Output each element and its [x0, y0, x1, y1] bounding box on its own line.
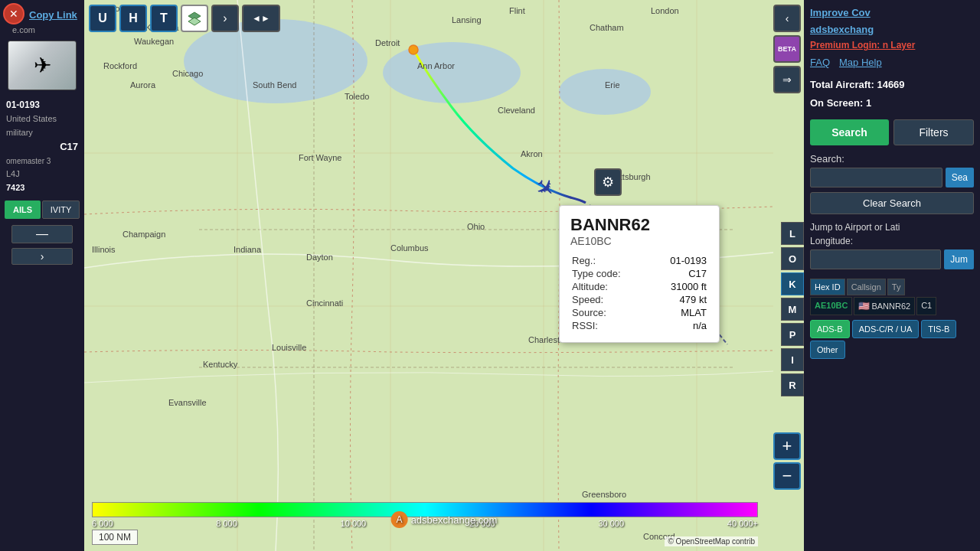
popup-source-value: MLAT — [653, 307, 707, 318]
popup-altitude-row: Altitude: 31000 ft — [572, 281, 707, 292]
improve-coverage-link[interactable]: Improve Cov — [810, 6, 974, 20]
jump-button[interactable]: Jum — [944, 249, 974, 269]
search-input[interactable] — [810, 168, 942, 187]
btn-o[interactable]: O — [781, 247, 804, 270]
adsb-logo: A adsbexchange.com — [391, 511, 498, 528]
filter-button-row: ADS-B ADS-C/R / UA TIS-B Other — [810, 320, 974, 359]
sea-button[interactable]: Sea — [946, 168, 974, 187]
registration-label: 01-0193 — [6, 98, 78, 112]
nav-next-button[interactable]: › — [211, 5, 239, 32]
sidebar-letter-buttons: L O K M P I R — [781, 222, 804, 396]
btn-h[interactable]: H — [119, 5, 147, 32]
search-filter-buttons: Search Filters — [810, 119, 974, 145]
btn-t[interactable]: T — [150, 5, 178, 32]
zoom-controls: + − — [773, 432, 801, 490]
squawk-label: 7423 — [6, 181, 78, 195]
svg-marker-11 — [188, 18, 201, 25]
map-help-link[interactable]: Map Help — [839, 57, 882, 68]
popup-altitude-value: 31000 ft — [653, 281, 707, 292]
jump-label: Jump to Airport or Lati — [810, 222, 974, 233]
left-sidebar: ✕ Copy Link e.com ✈ 01-0193 United State… — [0, 0, 84, 551]
popup-type-row: Type code: C17 — [572, 268, 707, 279]
popup-rssi-value: n/a — [653, 320, 707, 331]
popup-rssi-label: RSSI: — [572, 320, 652, 331]
zoom-in-button[interactable]: + — [773, 432, 801, 460]
collapse-button[interactable]: — — [11, 225, 73, 243]
filter-tis-b[interactable]: TIS-B — [921, 320, 956, 338]
on-screen-stat: On Screen: 1 — [810, 94, 974, 112]
aircraft-thumbnail: ✈ — [8, 41, 77, 90]
back-arrow-button[interactable]: ‹ — [773, 5, 801, 32]
longitude-label: Longitude: — [810, 236, 974, 246]
premium-login-link[interactable]: Premium Login: n Layer — [810, 40, 974, 51]
clear-search-button[interactable]: Clear Search — [810, 192, 974, 214]
map-right-controls: ‹ BETA ⇒ — [773, 5, 804, 93]
aircraft-image: ✈ — [8, 41, 76, 90]
btn-p[interactable]: P — [781, 323, 804, 346]
expand-arrow-button[interactable]: › — [11, 248, 73, 265]
th-hex-id[interactable]: Hex ID — [810, 279, 845, 295]
search-button[interactable]: Search — [810, 119, 889, 145]
popup-type-label: Type code: — [572, 268, 652, 279]
th-callsign[interactable]: Callsign — [847, 279, 886, 295]
jump-input[interactable] — [810, 249, 941, 269]
domain-label: e.com — [6, 24, 84, 36]
btn-i[interactable]: I — [781, 348, 804, 371]
sidebar-action-row: AILS IVITY — [0, 197, 84, 222]
aircraft-popup: BANNR62 AE10BC Reg.: 01-0193 Type code: … — [559, 205, 720, 343]
td-flag-callsign: 🇺🇸 BANNR62 — [854, 297, 915, 315]
popup-altitude-label: Altitude: — [572, 281, 652, 292]
btn-k[interactable]: K — [781, 272, 804, 295]
btn-m[interactable]: M — [781, 298, 804, 321]
military-label: military — [6, 126, 78, 140]
table-row[interactable]: AE10BC 🇺🇸 BANNR62 C1 — [810, 297, 974, 315]
btn-u[interactable]: U — [89, 5, 116, 32]
popup-source-row: Source: MLAT — [572, 307, 707, 318]
popup-callsign: BANNR62 — [570, 215, 708, 235]
type-label: C17 — [6, 139, 78, 155]
help-links: FAQ Map Help — [810, 57, 974, 68]
filter-ads-cr[interactable]: ADS-C/R / UA — [852, 320, 920, 338]
settings-button[interactable]: ⚙ — [594, 168, 622, 196]
btn-l[interactable]: L — [781, 222, 804, 245]
activity-button[interactable]: IVITY — [42, 201, 80, 219]
aircraft-info: 01-0193 United States military C17 omema… — [0, 95, 84, 197]
zoom-out-button[interactable]: − — [773, 462, 801, 490]
results-table-header: Hex ID Callsign Ty — [810, 279, 974, 295]
adsb-exchange-link[interactable]: adsbexchang — [810, 23, 974, 37]
filters-button[interactable]: Filters — [893, 119, 974, 145]
filter-ads-b[interactable]: ADS-B — [810, 320, 850, 338]
login-button[interactable]: ⇒ — [773, 66, 801, 93]
popup-speed-value: 479 kt — [653, 294, 707, 305]
layers-button[interactable] — [181, 5, 208, 32]
right-panel: Improve Cov adsbexchang Premium Login: n… — [804, 0, 980, 551]
icao-label: L4J — [6, 168, 78, 181]
adsb-logo-icon: A — [391, 511, 408, 528]
role-label: omemaster 3 — [6, 155, 78, 168]
copy-link-button[interactable]: Copy Link — [23, 6, 84, 24]
td-type: C1 — [916, 297, 936, 315]
map-area[interactable]: adison Kenosha Waukegan Rockford Aurora … — [84, 0, 804, 551]
search-row: Sea — [810, 168, 974, 187]
popup-reg-label: Reg.: — [572, 255, 652, 266]
beta-button[interactable]: BETA — [773, 35, 801, 63]
nav-lr-button[interactable]: ◄► — [242, 5, 280, 32]
popup-source-label: Source: — [572, 307, 652, 318]
osm-credit: © OpenStreetMap contrib — [665, 536, 758, 546]
popup-rssi-row: RSSI: n/a — [572, 320, 707, 331]
filter-other[interactable]: Other — [810, 341, 845, 359]
td-hex: AE10BC — [810, 297, 852, 315]
th-type[interactable]: Ty — [887, 279, 906, 295]
search-label: Search: — [810, 153, 974, 165]
total-aircraft-stat: Total Aircraft: 14669 — [810, 76, 974, 93]
popup-reg-row: Reg.: 01-0193 — [572, 255, 707, 266]
details-button[interactable]: AILS — [5, 201, 41, 219]
popup-speed-label: Speed: — [572, 294, 652, 305]
popup-reg-value: 01-0193 — [653, 255, 707, 266]
popup-hex-id: AE10BC — [570, 235, 708, 247]
close-button[interactable]: ✕ — [3, 3, 24, 24]
popup-speed-row: Speed: 479 kt — [572, 294, 707, 305]
btn-r[interactable]: R — [781, 373, 804, 396]
map-top-controls: U H T › ◄► — [89, 5, 280, 32]
faq-link[interactable]: FAQ — [810, 57, 830, 68]
